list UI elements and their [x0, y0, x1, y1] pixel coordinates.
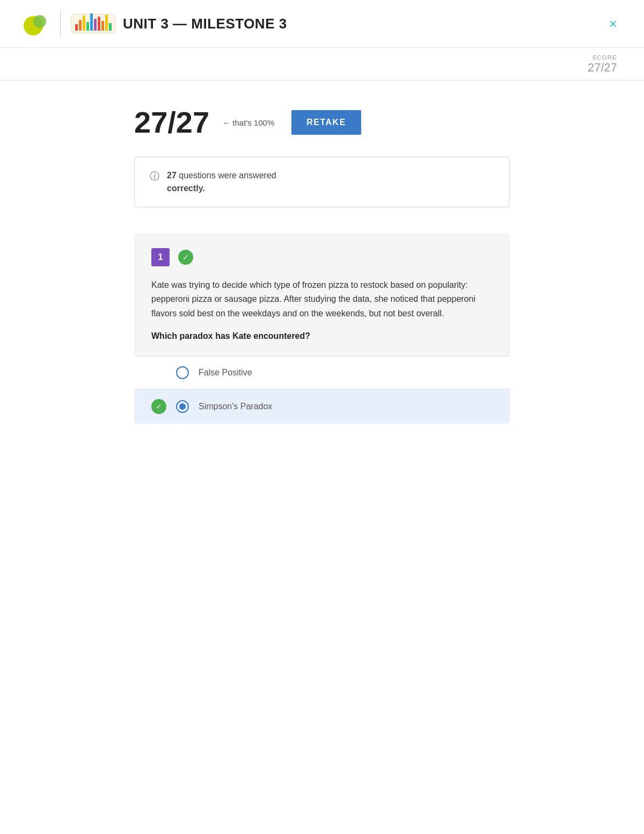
- score-value-display: 27/27: [588, 61, 617, 75]
- info-correctly: correctly.: [167, 184, 205, 193]
- question-card-1: 1 ✓ Kate was trying to decide which type…: [134, 233, 510, 424]
- score-title-label: SCORE: [588, 54, 617, 61]
- svg-point-1: [33, 15, 46, 28]
- header-title: UNIT 3 — MILESTONE 3: [123, 16, 287, 32]
- score-bar: SCORE 27/27: [0, 48, 644, 81]
- question-number-badge: 1: [151, 248, 170, 266]
- question-correct-icon: ✓: [178, 250, 193, 265]
- close-button[interactable]: ×: [609, 17, 617, 31]
- answer-label-1: False Positive: [199, 368, 252, 378]
- info-circle-icon: ⓘ: [150, 170, 159, 183]
- header-divider: [60, 10, 61, 37]
- answer-label-2: Simpson's Paradox: [199, 402, 272, 411]
- main-content: 27/27 ← that's 100% RETAKE ⓘ 27 question…: [113, 81, 531, 473]
- info-suffix: questions were answered: [177, 171, 276, 180]
- question-prompt: Which paradox has Kate encountered?: [151, 331, 493, 341]
- radio-simpsons-paradox[interactable]: [176, 400, 189, 413]
- answer-option-1[interactable]: False Positive: [134, 356, 510, 389]
- thats-text: ← that's 100%: [222, 118, 274, 127]
- answer-options-list: False Positive ✓ Simpson's Paradox: [134, 356, 510, 424]
- big-score-display: 27/27: [134, 107, 209, 137]
- info-summary-box: ⓘ 27 questions were answered correctly.: [134, 157, 510, 207]
- thats-100-label: ← that's 100%: [222, 118, 274, 127]
- score-result-row: 27/27 ← that's 100% RETAKE: [134, 107, 510, 137]
- retake-button[interactable]: RETAKE: [291, 110, 361, 135]
- app-logo: [21, 10, 49, 38]
- info-summary-text: 27 questions were answered correctly.: [167, 169, 276, 195]
- question-header: 1 ✓: [151, 248, 493, 266]
- answer-correct-icon-2: ✓: [151, 399, 166, 414]
- unit-icon: [71, 14, 115, 33]
- info-count: 27: [167, 171, 177, 180]
- answer-option-2[interactable]: ✓ Simpson's Paradox: [134, 389, 510, 424]
- radio-false-positive[interactable]: [176, 366, 189, 379]
- question-body: Kate was trying to decide which type of …: [151, 278, 493, 321]
- header-score: SCORE 27/27: [588, 54, 617, 75]
- page-header: UNIT 3 — MILESTONE 3 ×: [0, 0, 644, 48]
